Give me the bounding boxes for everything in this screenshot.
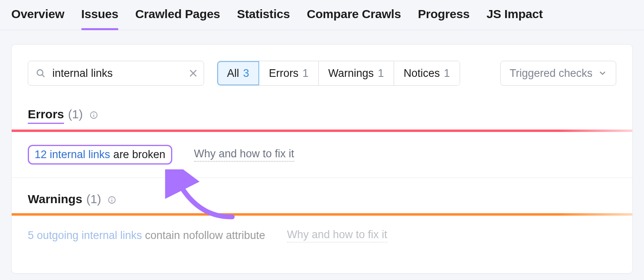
fix-link[interactable]: Why and how to fix it [194, 148, 294, 162]
filter-errors-label: Errors [269, 67, 299, 80]
warnings-count: (1) [87, 192, 101, 206]
filter-errors-count: 1 [303, 67, 309, 80]
chevron-down-icon [598, 69, 607, 78]
info-icon[interactable] [107, 196, 116, 204]
tab-overview[interactable]: Overview [11, 7, 64, 30]
filter-warnings[interactable]: Warnings 1 [319, 61, 394, 85]
tab-issues[interactable]: Issues [81, 7, 118, 30]
tab-compare-crawls[interactable]: Compare Crawls [307, 7, 401, 30]
filter-notices[interactable]: Notices 1 [394, 61, 460, 85]
fix-link[interactable]: Why and how to fix it [287, 229, 387, 243]
filter-all[interactable]: All 3 [217, 61, 259, 85]
triggered-checks-dropdown[interactable]: Triggered checks [500, 61, 616, 86]
svg-point-6 [93, 113, 94, 114]
filter-notices-count: 1 [444, 67, 450, 80]
issue-text: contain nofollow attribute [145, 229, 265, 241]
filter-warnings-label: Warnings [328, 67, 374, 80]
errors-section-header: Errors (1) [12, 86, 632, 130]
tab-js-impact[interactable]: JS Impact [487, 7, 543, 30]
tab-crawled-pages[interactable]: Crawled Pages [135, 7, 220, 30]
issue-link[interactable]: 12 internal links [35, 148, 110, 161]
search-icon [35, 68, 46, 78]
issue-highlight: 12 internal links are broken [28, 145, 172, 165]
clear-icon[interactable] [188, 68, 198, 78]
tab-statistics[interactable]: Statistics [237, 7, 290, 30]
error-issue-row: 12 internal links are broken Why and how… [12, 132, 632, 178]
filter-row: All 3 Errors 1 Warnings 1 Notices 1 Trig… [12, 45, 632, 86]
triggered-checks-label: Triggered checks [510, 67, 592, 80]
filter-errors[interactable]: Errors 1 [259, 61, 319, 85]
tab-progress[interactable]: Progress [418, 7, 469, 30]
info-icon[interactable] [89, 111, 98, 119]
errors-title: Errors [28, 107, 64, 124]
issue-text: are broken [114, 148, 165, 161]
errors-count: (1) [68, 107, 83, 121]
warnings-section-header: Warnings (1) [12, 178, 632, 213]
filter-all-label: All [227, 67, 239, 80]
tab-bar: Overview Issues Crawled Pages Statistics… [0, 0, 644, 30]
search-input[interactable] [52, 67, 188, 80]
issues-panel: All 3 Errors 1 Warnings 1 Notices 1 Trig… [11, 44, 633, 274]
filter-all-count: 3 [243, 67, 249, 80]
warnings-title: Warnings [28, 192, 83, 208]
issue-link[interactable]: 5 outgoing internal links [28, 229, 142, 241]
warning-issue-row: 5 outgoing internal links contain nofoll… [12, 216, 632, 255]
svg-point-9 [111, 198, 112, 199]
filter-warnings-count: 1 [378, 67, 384, 80]
issue-wrap: 5 outgoing internal links contain nofoll… [28, 229, 265, 242]
search-box[interactable] [28, 61, 204, 86]
svg-line-1 [42, 74, 44, 76]
filter-notices-label: Notices [404, 67, 440, 80]
issue-type-filter: All 3 Errors 1 Warnings 1 Notices 1 [217, 61, 460, 86]
